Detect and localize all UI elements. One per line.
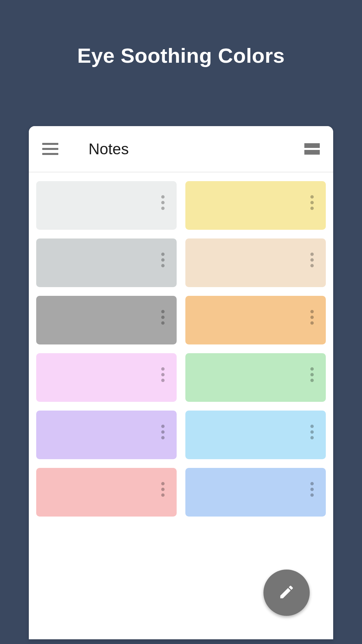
note-card[interactable] — [185, 353, 326, 402]
more-vertical-icon[interactable] — [161, 482, 165, 497]
hamburger-menu-icon[interactable] — [42, 143, 58, 155]
note-card[interactable] — [36, 181, 177, 230]
note-card[interactable] — [36, 353, 177, 402]
note-card[interactable] — [185, 468, 326, 517]
note-card[interactable] — [36, 468, 177, 517]
note-card[interactable] — [36, 296, 177, 344]
page-title: Eye Soothing Colors — [0, 0, 362, 67]
notes-grid — [29, 172, 333, 525]
new-note-fab[interactable] — [263, 570, 310, 616]
more-vertical-icon[interactable] — [310, 367, 314, 382]
view-toggle-icon[interactable] — [304, 143, 320, 155]
note-card[interactable] — [185, 181, 326, 230]
note-card[interactable] — [185, 296, 326, 344]
note-card[interactable] — [36, 238, 177, 287]
pencil-icon — [278, 584, 295, 602]
app-title: Notes — [88, 140, 304, 158]
more-vertical-icon[interactable] — [161, 195, 165, 210]
note-card[interactable] — [36, 411, 177, 459]
more-vertical-icon[interactable] — [310, 425, 314, 439]
more-vertical-icon[interactable] — [161, 425, 165, 439]
device-frame: Notes — [29, 126, 333, 639]
more-vertical-icon[interactable] — [310, 253, 314, 267]
note-card[interactable] — [185, 238, 326, 287]
app-header: Notes — [29, 126, 333, 172]
more-vertical-icon[interactable] — [310, 310, 314, 325]
more-vertical-icon[interactable] — [161, 310, 165, 325]
more-vertical-icon[interactable] — [310, 195, 314, 210]
more-vertical-icon[interactable] — [161, 253, 165, 267]
more-vertical-icon[interactable] — [161, 367, 165, 382]
note-card[interactable] — [185, 411, 326, 459]
more-vertical-icon[interactable] — [310, 482, 314, 497]
